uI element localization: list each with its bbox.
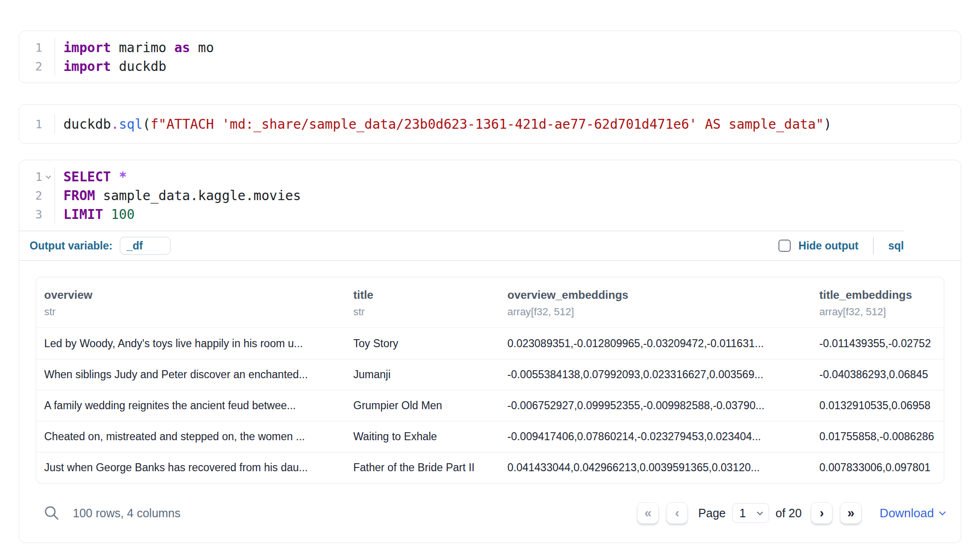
code-token: import [63, 40, 111, 55]
last-page-button[interactable]: » [840, 502, 862, 524]
table-cell: -0.0055384138,0.07992093,0.023316627,0.0… [499, 368, 811, 381]
code-text[interactable]: FROM sample_data.kaggle.movies [55, 186, 301, 205]
column-header-overview_embeddings[interactable]: overview_embeddingsarray[f32, 512] [499, 288, 811, 318]
last-page-icon: » [848, 506, 855, 521]
column-type: str [44, 306, 345, 318]
column-type: str [353, 306, 499, 318]
page-number-value: 1 [739, 506, 746, 520]
code-token: 100 [111, 207, 135, 222]
table-cell: Jumanji [345, 368, 499, 381]
previous-page-button[interactable]: ‹ [666, 502, 688, 524]
column-header-title_embeddings[interactable]: title_embeddingsarray[f32, 512] [811, 288, 944, 318]
fold-chevron-icon[interactable] [46, 173, 51, 179]
code-text[interactable]: LIMIT 100 [55, 205, 135, 224]
code-text[interactable]: SELECT * [55, 167, 127, 186]
line-number-gutter: 3 [19, 205, 55, 224]
table-header-row: overviewstrtitlestroverview_embeddingsar… [36, 277, 944, 328]
table-row: Cheated on, mistreated and stepped on, t… [36, 421, 944, 452]
search-button[interactable] [44, 505, 60, 521]
hide-output-checkbox[interactable] [778, 240, 791, 252]
column-type: array[f32, 512] [819, 306, 944, 318]
download-button[interactable]: Download [879, 506, 945, 521]
table-cell: A family wedding reignites the ancient f… [36, 399, 345, 412]
output-variable-input[interactable]: _df [120, 237, 171, 255]
column-name: title_embeddings [819, 288, 944, 302]
result-table: overviewstrtitlestroverview_embeddingsar… [36, 277, 944, 483]
code-token [111, 169, 119, 185]
previous-page-icon: ‹ [675, 506, 679, 521]
chevron-down-icon [757, 509, 763, 515]
table-footer: 100 rows, 4 columns « ‹ Page 1 of 20 › [19, 483, 961, 543]
column-header-overview[interactable]: overviewstr [36, 288, 345, 318]
table-row: Led by Woody, Andy's toys live happily i… [36, 328, 944, 359]
first-page-button[interactable]: « [637, 502, 659, 524]
table-cell: 0.041433044,0.042966213,0.0039591365,0.0… [499, 461, 811, 474]
table-cell: Cheated on, mistreated and stepped on, t… [36, 430, 345, 443]
table-cell: Just when George Banks has recovered fro… [36, 461, 345, 474]
fold-slot [42, 176, 54, 178]
output-variable-bar: Output variable: _df Hide output sql [19, 231, 961, 260]
line-number-gutter: 2 [19, 186, 55, 205]
output-variable-label: Output variable: [30, 240, 112, 252]
next-page-icon: › [820, 506, 824, 521]
row-column-summary: 100 rows, 4 columns [73, 506, 180, 520]
column-name: overview_embeddings [507, 288, 811, 302]
table-cell: -0.006752927,0.099952355,-0.009982588,-0… [499, 399, 811, 412]
line-number: 1 [35, 41, 42, 54]
code-token: as [174, 40, 190, 55]
column-type: array[f32, 512] [507, 306, 811, 318]
code-editor-imports[interactable]: 1import marimo as mo2import duckdb [19, 31, 961, 83]
table-cell: 0.023089351,-0.012809965,-0.03209472,-0.… [499, 337, 811, 350]
code-token: FROM [63, 188, 95, 203]
line-number-gutter: 1 [19, 115, 55, 133]
table-cell: 0.0132910535,0.06958 [811, 399, 944, 412]
code-text[interactable]: import marimo as mo [55, 38, 214, 57]
column-header-title[interactable]: titlestr [345, 288, 499, 318]
code-line[interactable]: 1SELECT * [19, 167, 961, 186]
code-line[interactable]: 2FROM sample_data.kaggle.movies [19, 186, 961, 205]
line-number: 3 [35, 208, 42, 221]
code-line[interactable]: 2import duckdb [19, 57, 961, 76]
table-cell: Grumpier Old Men [345, 399, 499, 412]
code-token: duckdb [111, 59, 166, 74]
line-number: 1 [35, 117, 42, 131]
first-page-icon: « [645, 506, 652, 521]
page-number-select[interactable]: 1 [732, 503, 769, 523]
code-token: sql [119, 117, 143, 132]
code-token: mo [190, 40, 214, 55]
table-cell: Toy Story [345, 337, 499, 350]
code-line[interactable]: 1import marimo as mo [19, 38, 961, 57]
pagination-controls: « ‹ Page 1 of 20 › » Download [637, 502, 945, 524]
code-text[interactable]: import duckdb [55, 57, 166, 76]
code-line[interactable]: 3LIMIT 100 [19, 205, 961, 224]
page-count-label: of 20 [776, 506, 802, 520]
next-page-button[interactable]: › [811, 502, 832, 524]
table-row: A family wedding reignites the ancient f… [36, 390, 944, 421]
code-editor-sql[interactable]: 1SELECT *2FROM sample_data.kaggle.movies… [19, 160, 961, 231]
code-token: * [119, 169, 127, 185]
table-cell: -0.009417406,0.07860214,-0.023279453,0.0… [499, 430, 811, 443]
sql-cell: 1SELECT *2FROM sample_data.kaggle.movies… [19, 160, 961, 543]
code-token: f"ATTACH 'md:_share/sample_data/23b0d623… [150, 117, 824, 132]
code-token: ) [824, 117, 832, 132]
code-cell-attach: 1duckdb.sql(f"ATTACH 'md:_share/sample_d… [19, 104, 961, 144]
search-icon [44, 505, 60, 521]
table-row: When siblings Judy and Peter discover an… [36, 359, 944, 390]
download-label: Download [879, 506, 934, 521]
line-number-gutter: 1 [19, 167, 55, 186]
line-number: 2 [35, 189, 42, 202]
page-label: Page [698, 506, 725, 520]
table-cell: When siblings Judy and Peter discover an… [36, 368, 345, 381]
code-token: import [63, 59, 111, 74]
code-token: marimo [111, 40, 174, 55]
code-editor-attach[interactable]: 1duckdb.sql(f"ATTACH 'md:_share/sample_d… [19, 105, 961, 143]
hide-output-label[interactable]: Hide output [799, 240, 859, 252]
code-text[interactable]: duckdb.sql(f"ATTACH 'md:_share/sample_da… [55, 115, 832, 133]
output-bar-controls: Hide output sql [778, 237, 904, 254]
language-badge[interactable]: sql [888, 240, 904, 252]
code-token: . [111, 117, 119, 132]
table-body: Led by Woody, Andy's toys live happily i… [36, 328, 944, 483]
code-token: duckdb [63, 117, 111, 132]
table-cell: 0.007833006,0.097801 [811, 461, 944, 474]
code-line[interactable]: 1duckdb.sql(f"ATTACH 'md:_share/sample_d… [19, 115, 961, 133]
